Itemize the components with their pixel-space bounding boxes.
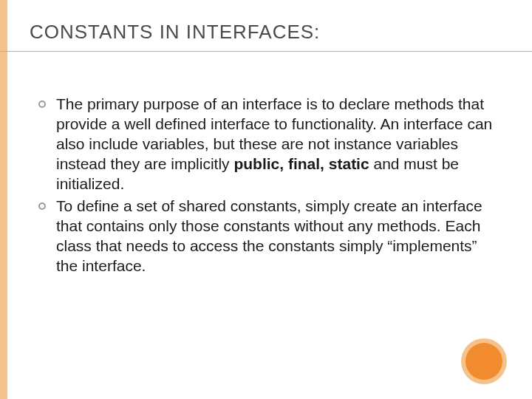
bullet-marker-icon — [38, 100, 46, 108]
bullet-text-bold: public, final, static — [233, 155, 369, 172]
bullet-item: To define a set of shared constants, sim… — [38, 197, 502, 276]
bullet-marker-icon — [38, 202, 46, 210]
bullet-item: The primary purpose of an interface is t… — [38, 95, 502, 194]
slide-title: CONSTANTS IN INTERFACES: — [30, 21, 502, 44]
decoration-circle-inner — [466, 343, 502, 380]
slide: CONSTANTS IN INTERFACES: The primary pur… — [0, 0, 532, 399]
bullet-text-pre: To define a set of shared constants, sim… — [56, 197, 482, 274]
slide-content: The primary purpose of an interface is t… — [30, 95, 502, 276]
bullet-text: The primary purpose of an interface is t… — [56, 95, 502, 194]
bullet-text: To define a set of shared constants, sim… — [56, 197, 502, 276]
title-underline — [0, 51, 532, 52]
